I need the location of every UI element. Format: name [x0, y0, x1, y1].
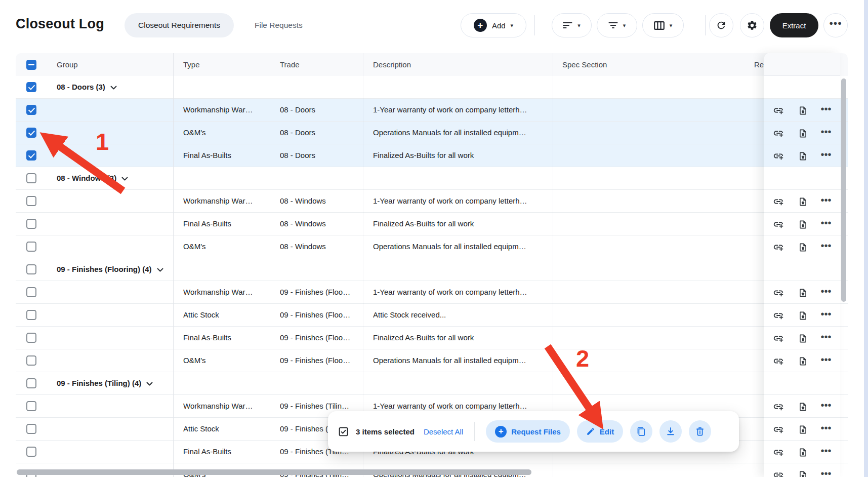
row-menu-button[interactable]: ••• — [820, 218, 832, 230]
upload-file-button[interactable] — [797, 332, 809, 344]
add-link-button[interactable] — [772, 127, 784, 139]
table-row: O&M's09 - Finishes (Floo…Operations Manu… — [16, 349, 848, 372]
cell-trade: 08 - Doors — [280, 99, 361, 121]
upload-file-button[interactable] — [797, 446, 809, 458]
row-menu-button[interactable]: ••• — [820, 287, 832, 299]
row-checkbox[interactable] — [26, 150, 36, 161]
row-checkbox[interactable] — [26, 219, 36, 229]
add-link-button[interactable] — [772, 401, 784, 413]
add-link-button[interactable] — [772, 355, 784, 367]
row-menu-button[interactable]: ••• — [820, 150, 832, 162]
column-header-description: Description — [373, 53, 411, 76]
row-checkbox[interactable] — [26, 264, 36, 274]
chevron-down-icon[interactable] — [121, 177, 128, 181]
row-menu-button[interactable]: ••• — [820, 355, 832, 367]
upload-file-button[interactable] — [797, 309, 809, 322]
toolbar-divider — [705, 15, 706, 35]
row-checkbox[interactable] — [26, 355, 36, 366]
upload-file-button[interactable] — [797, 401, 809, 413]
columns-button[interactable]: ▾ — [642, 13, 684, 37]
add-link-button[interactable] — [772, 195, 784, 208]
row-checkbox[interactable] — [26, 310, 36, 320]
extract-button[interactable]: Extract — [770, 13, 818, 37]
more-options-button[interactable]: ••• — [823, 13, 848, 37]
row-menu-icon: ••• — [820, 451, 831, 454]
closeout-log-page: Closeout Log Closeout Requirements File … — [0, 0, 868, 477]
row-checkbox[interactable] — [26, 128, 36, 138]
add-button[interactable]: + Add ▾ — [461, 13, 526, 37]
row-checkbox[interactable] — [26, 82, 36, 92]
vertical-scrollbar[interactable] — [841, 78, 846, 302]
upload-file-button[interactable] — [797, 150, 809, 162]
add-link-button[interactable] — [772, 309, 784, 322]
deselect-all-link[interactable]: Deselect All — [424, 427, 463, 436]
row-menu-button[interactable]: ••• — [820, 127, 832, 139]
refresh-button[interactable] — [709, 13, 733, 37]
cell-type: O&M's — [183, 122, 274, 144]
group-label: 09 - Finishes (Flooring) (4) — [57, 258, 172, 281]
horizontal-scrollbar[interactable] — [17, 469, 531, 475]
row-menu-icon: ••• — [820, 405, 831, 409]
add-link-icon — [773, 150, 784, 162]
row-menu-button[interactable]: ••• — [820, 469, 832, 477]
cell-description: 1-Year warranty of work on company lette… — [373, 281, 550, 303]
row-menu-button[interactable]: ••• — [820, 423, 832, 435]
chevron-down-icon[interactable] — [110, 86, 117, 90]
row-menu-button[interactable]: ••• — [820, 104, 832, 116]
add-link-button[interactable] — [772, 446, 784, 458]
upload-file-button[interactable] — [797, 287, 809, 299]
download-button[interactable] — [659, 420, 682, 443]
add-link-button[interactable] — [772, 218, 784, 230]
table-row: Final As-Builts08 - DoorsFinalized As-Bu… — [16, 144, 848, 167]
cell-spec-section — [562, 122, 745, 144]
upload-file-button[interactable] — [797, 218, 809, 230]
tab-file-requests[interactable]: File Requests — [241, 13, 316, 37]
row-checkbox[interactable] — [26, 424, 36, 434]
upload-file-button[interactable] — [797, 469, 809, 477]
tab-closeout-requirements[interactable]: Closeout Requirements — [125, 13, 234, 37]
request-files-button[interactable]: + Request Files — [486, 420, 570, 443]
row-checkbox[interactable] — [26, 378, 36, 388]
row-checkbox[interactable] — [26, 105, 36, 115]
row-menu-button[interactable]: ••• — [820, 309, 832, 322]
chevron-down-icon[interactable] — [146, 382, 153, 386]
settings-button[interactable] — [740, 13, 764, 37]
copy-button[interactable] — [630, 420, 652, 443]
add-link-button[interactable] — [772, 104, 784, 116]
row-checkbox[interactable] — [26, 173, 36, 183]
row-checkbox[interactable] — [26, 447, 36, 457]
add-link-button[interactable] — [772, 150, 784, 162]
row-checkbox[interactable] — [26, 196, 36, 206]
row-menu-button[interactable]: ••• — [820, 401, 832, 413]
upload-file-button[interactable] — [797, 104, 809, 116]
add-link-button[interactable] — [772, 469, 784, 477]
upload-file-icon — [798, 106, 808, 115]
select-all-checkbox[interactable] — [26, 60, 36, 70]
upload-file-button[interactable] — [797, 195, 809, 208]
upload-file-button[interactable] — [797, 127, 809, 139]
add-link-button[interactable] — [772, 332, 784, 344]
delete-button[interactable] — [689, 420, 711, 443]
add-link-button[interactable] — [772, 287, 784, 299]
row-checkbox[interactable] — [26, 401, 36, 411]
group-label: 08 - Doors (3) — [57, 76, 172, 98]
row-menu-button[interactable]: ••• — [820, 195, 832, 208]
cell-type: Final As-Builts — [183, 441, 274, 463]
sort-button[interactable]: ▾ — [552, 13, 592, 37]
add-icon: + — [474, 19, 487, 32]
upload-file-button[interactable] — [797, 241, 809, 253]
row-menu-button[interactable]: ••• — [820, 446, 832, 458]
edit-button[interactable]: Edit — [577, 420, 623, 443]
row-checkbox[interactable] — [26, 287, 36, 297]
row-menu-button[interactable]: ••• — [820, 332, 832, 344]
upload-file-button[interactable] — [797, 355, 809, 367]
filter-button[interactable]: ▾ — [597, 13, 637, 37]
chevron-down-icon[interactable] — [157, 268, 163, 272]
upload-file-button[interactable] — [797, 423, 809, 435]
row-checkbox[interactable] — [26, 242, 36, 252]
toolbar-divider — [534, 15, 535, 35]
row-checkbox[interactable] — [26, 333, 36, 343]
add-link-button[interactable] — [772, 423, 784, 435]
add-link-button[interactable] — [772, 241, 784, 253]
row-menu-button[interactable]: ••• — [820, 241, 832, 253]
